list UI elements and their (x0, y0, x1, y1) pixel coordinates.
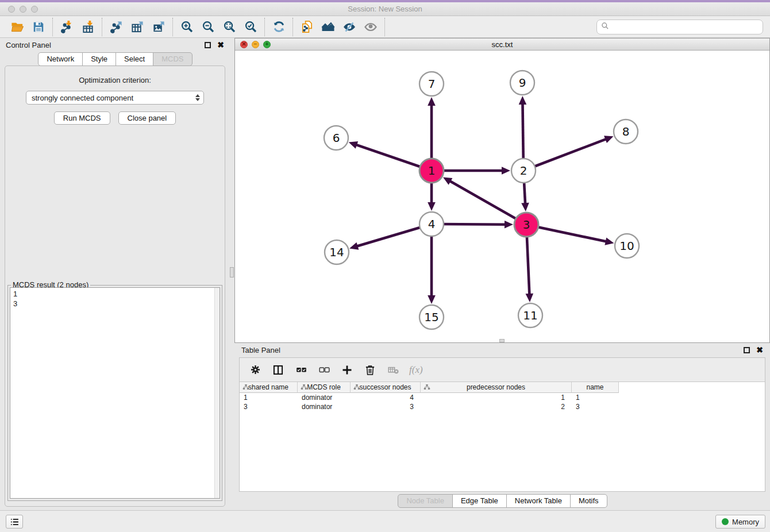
clone-network-icon[interactable] (300, 20, 314, 34)
memory-button[interactable]: Memory (715, 515, 765, 529)
result-scrollbar[interactable] (214, 288, 220, 498)
task-history-button[interactable] (6, 515, 23, 529)
select-all-rows-icon[interactable] (294, 363, 308, 377)
tab-node-table[interactable]: Node Table (398, 494, 453, 508)
network-node-8[interactable]: 8 (614, 119, 638, 144)
zoom-in-icon[interactable] (180, 20, 194, 34)
table-settings-gear-icon[interactable] (248, 363, 262, 377)
cell-successor-nodes: 3 (351, 402, 421, 411)
show-graphics-icon[interactable] (364, 20, 378, 34)
save-session-icon[interactable] (32, 20, 45, 34)
mcds-result-textarea[interactable]: 1 3 (10, 287, 220, 499)
tab-edge-table[interactable]: Edge Table (452, 494, 507, 508)
network-edge-4-14[interactable] (349, 224, 432, 250)
export-table-icon[interactable] (130, 20, 144, 34)
main-toolbar (0, 16, 770, 38)
network-node-9[interactable]: 9 (510, 71, 534, 95)
table-row[interactable]: 1 dominator 4 1 1 (240, 393, 765, 402)
table-row[interactable]: 3 dominator 3 2 3 (240, 402, 765, 411)
column-header-shared-name[interactable]: shared name (240, 382, 298, 393)
open-file-icon[interactable] (10, 20, 24, 34)
optimization-criterion-dropdown[interactable]: strongly connected component (26, 91, 204, 105)
import-table-icon[interactable] (81, 20, 95, 34)
tab-select[interactable]: Select (116, 52, 153, 66)
column-header-successor-nodes[interactable]: successor nodes (351, 382, 421, 393)
close-panel-icon[interactable]: ✖ (217, 42, 224, 48)
dropdown-selected-value: strongly connected component (32, 94, 195, 102)
table-close-panel-icon[interactable]: ✖ (756, 347, 763, 353)
refresh-layout-icon[interactable] (272, 20, 286, 34)
toolbar-group-session (3, 18, 53, 36)
network-edge-3-1[interactable] (443, 177, 526, 225)
search-field[interactable] (596, 20, 763, 34)
run-mcds-button[interactable]: Run MCDS (54, 111, 110, 125)
splitter-grip[interactable] (230, 267, 234, 277)
network-node-14[interactable]: 14 (325, 240, 349, 264)
network-maximize-button[interactable]: + (263, 41, 271, 48)
function-builder-icon: f(x) (409, 364, 423, 376)
node-label: 3 (523, 218, 530, 232)
hide-graphics-icon[interactable] (342, 20, 356, 34)
float-panel-icon[interactable] (205, 42, 211, 48)
tab-mcds[interactable]: MCDS (153, 52, 192, 66)
cell-predecessor-nodes: 1 (421, 393, 572, 402)
network-node-10[interactable]: 10 (615, 234, 639, 258)
network-node-3[interactable]: 3 (514, 213, 538, 237)
network-node-15[interactable]: 15 (419, 305, 444, 329)
network-node-11[interactable]: 11 (518, 303, 542, 327)
export-image-icon[interactable] (152, 20, 165, 34)
delete-column-icon[interactable] (363, 363, 377, 377)
toolbar-group-view (293, 18, 385, 36)
tab-style[interactable]: Style (82, 52, 116, 66)
vertical-splitter[interactable] (230, 38, 234, 510)
import-network-icon[interactable] (60, 20, 74, 34)
search-input[interactable] (610, 22, 759, 31)
cell-shared-name: 1 (240, 393, 298, 402)
deselect-all-rows-icon[interactable] (317, 363, 331, 377)
node-label: 7 (428, 77, 436, 91)
dropdown-stepper-icon (195, 94, 200, 101)
network-node-1[interactable]: 1 (419, 159, 444, 183)
show-columns-icon[interactable] (271, 363, 285, 377)
cell-name: 1 (572, 393, 619, 402)
network-node-7[interactable]: 7 (419, 72, 444, 96)
tab-network-table[interactable]: Network Table (506, 494, 571, 508)
table-header-row: shared name MCDS role successor nodes pr… (240, 382, 765, 393)
column-header-name[interactable]: name (572, 382, 619, 393)
network-minimize-button[interactable]: − (252, 41, 259, 48)
table-float-panel-icon[interactable] (744, 347, 750, 353)
close-window-button[interactable] (8, 6, 15, 13)
export-network-icon[interactable] (109, 20, 123, 34)
hierarchy-icon (301, 384, 307, 392)
network-edge-1-6[interactable] (349, 141, 432, 171)
network-canvas[interactable]: 1234678910111415 (235, 51, 769, 342)
column-header-predecessor-nodes[interactable]: predecessor nodes (421, 382, 572, 393)
network-node-2[interactable]: 2 (511, 159, 536, 183)
node-label: 14 (329, 245, 344, 259)
status-bar: Memory (0, 510, 770, 532)
column-header-mcds-role[interactable]: MCDS role (298, 382, 351, 393)
network-edge-3-10[interactable] (526, 225, 614, 245)
network-graph: 1234678910111415 (235, 51, 769, 342)
zoom-fit-icon[interactable] (222, 20, 236, 34)
add-column-icon[interactable] (340, 363, 354, 377)
network-edge-2-8[interactable] (523, 136, 614, 171)
session-home-icon[interactable] (321, 20, 335, 34)
minimize-window-button[interactable] (20, 6, 26, 13)
zoom-out-icon[interactable] (201, 20, 215, 34)
network-node-6[interactable]: 6 (324, 126, 348, 150)
tab-network[interactable]: Network (38, 52, 83, 66)
node-label: 2 (520, 164, 528, 178)
zoom-selected-icon[interactable] (244, 20, 257, 34)
network-close-button[interactable]: ✕ (240, 41, 248, 48)
network-node-4[interactable]: 4 (419, 212, 444, 236)
network-window-titlebar[interactable]: ✕ − + scc.txt (235, 38, 769, 51)
tab-motifs[interactable]: Motifs (570, 494, 607, 508)
zoom-window-button[interactable] (31, 6, 38, 13)
node-label: 11 (523, 309, 537, 322)
system-titlebar[interactable]: Session: New Session (0, 2, 770, 16)
list-icon (10, 517, 20, 527)
network-bottom-grip[interactable] (499, 339, 505, 342)
close-panel-button[interactable]: Close panel (118, 111, 176, 125)
node-label: 1 (428, 164, 436, 178)
